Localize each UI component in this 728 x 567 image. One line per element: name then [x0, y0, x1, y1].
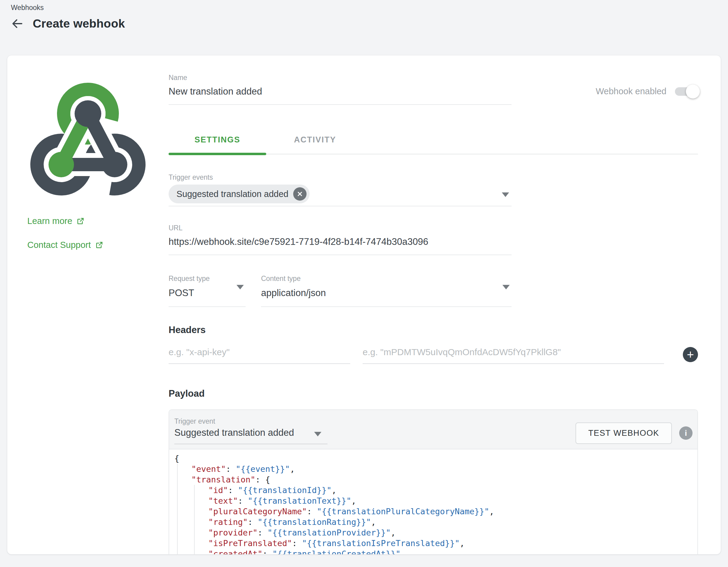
webhook-enabled-toggle[interactable] [675, 87, 698, 96]
contact-support-link[interactable]: Contact Support [27, 240, 103, 250]
chip-label: Suggested translation added [176, 189, 288, 199]
payload-code-lines: {"event": "{{event}}","translation": {"i… [174, 453, 697, 554]
headers-title: Headers [169, 324, 698, 335]
back-button[interactable] [10, 17, 24, 31]
close-circle-icon[interactable] [293, 187, 307, 201]
toggle-knob [686, 85, 700, 99]
code-line: "text": "{{translationText}}", [174, 495, 697, 506]
code-line: "createdAt": "{{translationCreatedAt}}", [174, 549, 697, 554]
payload-panel-header: Trigger event Suggested translation adde… [169, 410, 697, 449]
code-line: "event": "{{event}}", [174, 464, 697, 474]
header-key-field [169, 344, 350, 364]
plus-icon: + [687, 348, 694, 361]
payload-title: Payload [169, 388, 698, 399]
test-webhook-button[interactable]: TEST WEBHOOK [575, 422, 672, 444]
url-field: URL [169, 224, 512, 255]
content-type-field: Content type application/json [261, 275, 512, 307]
trigger-events-label: Trigger events [169, 173, 512, 182]
url-label: URL [169, 224, 512, 232]
page-title: Create webhook [33, 17, 125, 30]
payload-trigger-event-field: Trigger event Suggested translation adde… [174, 417, 327, 449]
payload-code-editor[interactable]: {"event": "{{event}}","translation": {"i… [169, 449, 697, 554]
caret-down-icon[interactable] [314, 432, 321, 436]
tab-bar: SETTINGS ACTIVITY [169, 135, 698, 155]
url-input[interactable] [169, 232, 512, 255]
header-key-input[interactable] [169, 344, 350, 364]
payload-trigger-event-label: Trigger event [174, 417, 327, 425]
name-field: Name [169, 74, 512, 105]
header-value-input[interactable] [363, 344, 664, 364]
trigger-event-chip[interactable]: Suggested translation added [169, 185, 310, 203]
headers-section: Headers + [169, 324, 698, 364]
external-link-icon [76, 217, 85, 225]
code-line: "id": "{{translationId}}", [174, 485, 697, 495]
side-links: Learn more Contact Support [27, 216, 169, 250]
active-tab-indicator [169, 153, 266, 155]
indent-guide [194, 485, 195, 554]
contact-support-label: Contact Support [27, 240, 91, 250]
create-webhook-page: Webhooks Create webhook [0, 0, 728, 567]
caret-down-icon[interactable] [237, 285, 244, 289]
payload-section: Payload Trigger event Suggested translat… [169, 388, 698, 554]
code-line: "rating": "{{translationRating}}", [174, 517, 697, 527]
code-line: "provider": "{{translationProvider}}", [174, 527, 697, 538]
code-line: "pluralCategoryName": "{{translationPlur… [174, 506, 697, 517]
trigger-events-field: Trigger events Suggested translation add… [169, 173, 512, 206]
learn-more-label: Learn more [27, 216, 72, 226]
request-type-select[interactable]: POST [169, 283, 246, 307]
code-line: "isPreTranslated": "{{translationIsPreTr… [174, 538, 697, 549]
code-line: { [174, 453, 697, 464]
content-type-label: Content type [261, 275, 512, 283]
caret-down-icon[interactable] [502, 285, 510, 289]
payload-panel: Trigger event Suggested translation adde… [169, 409, 698, 554]
tab-settings[interactable]: SETTINGS [169, 135, 266, 154]
payload-actions: TEST WEBHOOK i [575, 417, 694, 449]
name-input[interactable] [169, 82, 512, 105]
request-type-field: Request type POST [169, 275, 246, 307]
header-value-field [363, 344, 664, 364]
breadcrumb[interactable]: Webhooks [11, 4, 44, 12]
name-label: Name [169, 74, 512, 82]
name-row: Name Webhook enabled [169, 74, 698, 105]
left-column: Learn more Contact Support [7, 55, 169, 554]
arrow-left-icon [11, 17, 24, 30]
webhook-enabled-label: Webhook enabled [596, 86, 666, 96]
trigger-events-select[interactable]: Suggested translation added [169, 185, 512, 206]
webhook-card: Learn more Contact Support Name [7, 55, 721, 554]
webhook-logo-icon [27, 77, 149, 199]
tab-activity[interactable]: ACTIVITY [266, 135, 364, 154]
page-header: Create webhook [10, 17, 125, 31]
form-column: Name Webhook enabled SETTINGS ACTIVITY T… [169, 55, 721, 554]
code-line: "translation": { [174, 474, 697, 485]
request-type-label: Request type [169, 275, 246, 283]
add-header-button[interactable]: + [683, 347, 698, 362]
content-type-select[interactable]: application/json [261, 283, 512, 307]
caret-down-icon[interactable] [502, 193, 509, 197]
type-row: Request type POST Content type applicati… [169, 275, 512, 307]
indent-guide [177, 464, 178, 554]
payload-trigger-event-select[interactable]: Suggested translation added [174, 427, 327, 444]
external-link-icon [95, 241, 103, 249]
webhook-enabled-control: Webhook enabled [596, 86, 698, 96]
headers-row: + [169, 344, 698, 364]
info-icon[interactable]: i [679, 426, 693, 440]
learn-more-link[interactable]: Learn more [27, 216, 85, 226]
